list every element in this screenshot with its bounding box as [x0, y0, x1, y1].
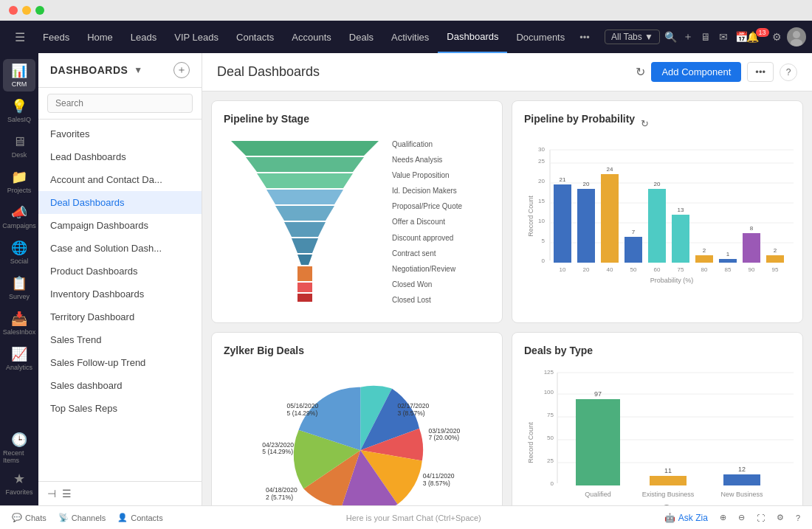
svg-marker-3: [246, 157, 364, 172]
svg-text:20: 20: [583, 181, 590, 187]
contacts-item[interactable]: 👤 Contacts: [117, 513, 162, 522]
sidebar-item-case-solution[interactable]: Case and Solution Dash...: [38, 237, 202, 260]
chats-item[interactable]: 💬 Chats: [12, 513, 47, 522]
sidebar-item-lead-dashboards[interactable]: Lead Dashboards: [38, 145, 202, 168]
sidebar-icon-social[interactable]: 🌐 Social: [3, 236, 35, 269]
collapse-icon[interactable]: ⊣: [47, 488, 56, 499]
mail-icon[interactable]: ✉: [716, 30, 731, 44]
nav-accounts[interactable]: Accounts: [283, 21, 340, 53]
channels-item[interactable]: 📡 Channels: [58, 513, 106, 522]
sidebar-item-account-contact[interactable]: Account and Contact Da...: [38, 168, 202, 191]
nav-home[interactable]: Home: [78, 21, 122, 53]
svg-text:80: 80: [701, 266, 708, 273]
sidebar-item-sales-followup[interactable]: Sales Follow-up Trend: [38, 351, 202, 374]
sidebar-item-sales-dashboard[interactable]: Sales dashboard: [38, 374, 202, 397]
svg-text:2: 2: [703, 247, 706, 254]
sidebar-icon-salesiq[interactable]: 💡 SalesIQ: [3, 94, 35, 127]
help-button[interactable]: ?: [780, 63, 797, 81]
sidebar-icon-analytics[interactable]: 📈 Analytics: [3, 342, 35, 375]
svg-text:2 (5.71%): 2 (5.71%): [266, 494, 293, 501]
nav-activities[interactable]: Activities: [382, 21, 438, 53]
funnel-label-8: Negotiation/Review: [392, 265, 462, 273]
pipeline-by-probability-title: Pipeline by Probability: [524, 113, 635, 125]
probability-refresh-icon[interactable]: ↻: [641, 118, 649, 129]
sidebar-icon-favorites[interactable]: ★ Favorites: [3, 467, 35, 499]
nav-dashboards[interactable]: Dashboards: [438, 21, 507, 53]
zoom-out-icon[interactable]: ⊖: [738, 513, 745, 522]
deals-by-type-chart: Record Count 0 25 50 75 100 125: [524, 365, 797, 505]
ask-zia-button[interactable]: 🤖 Ask Zia: [664, 513, 708, 523]
svg-marker-9: [297, 255, 312, 265]
minimize-button[interactable]: [22, 6, 31, 15]
nav-sidebar-dropdown[interactable]: ▼: [134, 65, 142, 75]
sidebar-item-top-sales-reps[interactable]: Top Sales Reps: [38, 397, 202, 420]
funnel-label-10: Closed Lost: [392, 296, 462, 304]
sidebar-item-product-dashboards[interactable]: Product Dashboards: [38, 260, 202, 283]
hamburger-menu[interactable]: ☰: [6, 30, 34, 44]
svg-point-1: [791, 39, 802, 46]
notification-icon[interactable]: 🔔13: [751, 30, 766, 44]
title-bar: [0, 0, 812, 21]
sidebar-item-inventory-dashboards[interactable]: Inventory Dashboards: [38, 283, 202, 305]
sidebar-icon-campaigns[interactable]: 📣 Campaigns: [3, 201, 35, 233]
sidebar-item-campaign-dashboards[interactable]: Campaign Dashboards: [38, 214, 202, 237]
svg-text:Existing Business: Existing Business: [642, 491, 695, 498]
nav-documents[interactable]: Documents: [507, 21, 574, 53]
svg-text:50: 50: [630, 266, 637, 273]
sidebar-icon-survey[interactable]: 📋 Survey: [3, 272, 35, 304]
list-icon[interactable]: ☰: [62, 488, 72, 499]
settings-icon[interactable]: ⚙: [769, 30, 784, 44]
funnel-svg: [224, 134, 386, 303]
sidebar-icon-recent[interactable]: 🕒 Recent Items: [3, 432, 35, 464]
nav-sidebar-items: Favorites Lead Dashboards Account and Co…: [38, 120, 202, 481]
avatar[interactable]: [787, 27, 806, 46]
smart-chat-input[interactable]: Here is your Smart Chat (Ctrl+Space): [175, 514, 653, 522]
sidebar-icon-salesinbox[interactable]: 📥 SalesInbox: [3, 307, 35, 339]
all-tabs-button[interactable]: All Tabs ▼: [605, 30, 660, 44]
search-input[interactable]: [47, 94, 193, 113]
icon-sidebar-bottom: 🕒 Recent Items ★ Favorites: [3, 432, 35, 505]
maximize-button[interactable]: [35, 6, 44, 15]
svg-rect-37: [625, 237, 642, 263]
help-bottom-icon[interactable]: ?: [796, 514, 800, 522]
sidebar-item-deal-dashboards[interactable]: Deal Dashboards: [38, 191, 202, 214]
chats-label: Chats: [25, 514, 47, 522]
svg-text:20: 20: [538, 178, 545, 184]
zoom-in-icon[interactable]: ⊕: [720, 513, 726, 522]
svg-text:95: 95: [772, 266, 779, 273]
svg-text:125: 125: [544, 369, 554, 376]
nav-contacts[interactable]: Contacts: [227, 21, 283, 53]
nav-leads[interactable]: Leads: [122, 21, 165, 53]
svg-marker-2: [231, 141, 379, 156]
sidebar-item-territory-dashboard[interactable]: Territory Dashboard: [38, 305, 202, 328]
settings-bottom-icon[interactable]: ⚙: [777, 513, 784, 522]
more-options-button[interactable]: •••: [747, 62, 774, 82]
sidebar-icon-projects[interactable]: 📁 Projects: [3, 165, 35, 198]
svg-rect-40: [648, 189, 666, 263]
svg-text:Record Count: Record Count: [527, 422, 534, 463]
svg-marker-7: [284, 222, 326, 237]
sidebar-item-sales-trend[interactable]: Sales Trend: [38, 328, 202, 351]
add-component-button[interactable]: Add Component: [651, 62, 741, 82]
add-dashboard-button[interactable]: ＋: [173, 62, 190, 78]
sidebar-icon-crm[interactable]: 📊 CRM: [3, 59, 35, 91]
svg-text:11: 11: [664, 467, 672, 474]
nav-feeds[interactable]: Feeds: [34, 21, 78, 53]
nav-vip-leads[interactable]: VIP Leads: [165, 21, 227, 53]
screen-icon[interactable]: 🖥: [698, 30, 713, 44]
funnel-label-4: Proposal/Price Quote: [392, 202, 462, 210]
expand-icon[interactable]: ⛶: [757, 514, 765, 522]
svg-rect-88: [576, 399, 620, 485]
nav-more[interactable]: •••: [574, 32, 596, 43]
close-button[interactable]: [9, 6, 18, 15]
zylker-big-deals-card: Zylker Big Deals: [211, 332, 503, 505]
nav-deals[interactable]: Deals: [340, 21, 382, 53]
sidebar-icon-desk[interactable]: 🖥 Desk: [3, 130, 35, 162]
add-icon[interactable]: ＋: [681, 30, 695, 44]
svg-text:24: 24: [607, 166, 613, 173]
svg-text:97: 97: [594, 390, 602, 398]
sidebar-item-favorites[interactable]: Favorites: [38, 122, 202, 145]
search-icon[interactable]: 🔍: [663, 30, 678, 44]
svg-text:100: 100: [544, 389, 554, 395]
refresh-button[interactable]: ↻: [636, 65, 645, 79]
